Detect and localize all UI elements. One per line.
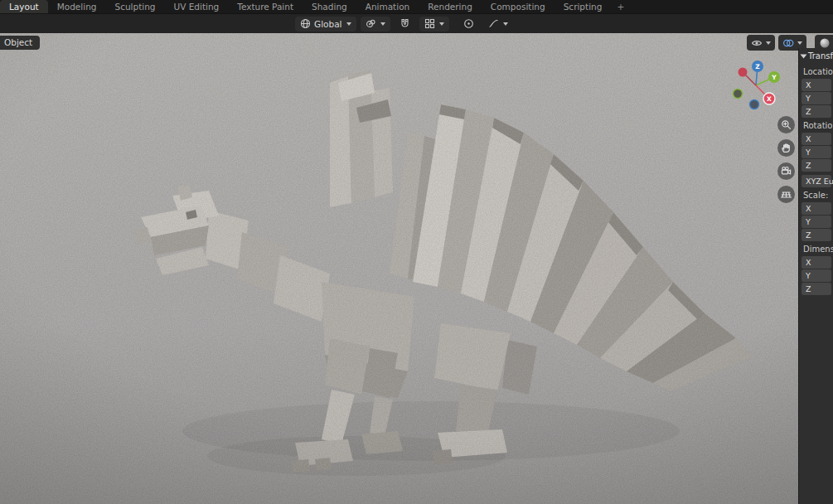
rotation-x-field[interactable]: X (802, 133, 831, 145)
navigation-gizmo[interactable]: Z Y X (730, 56, 788, 114)
add-workspace-button[interactable]: + (611, 0, 630, 13)
gizmo-x-neg-axis[interactable] (739, 68, 748, 77)
toggle-perspective-button[interactable] (777, 186, 795, 203)
move-view-button[interactable] (777, 139, 795, 157)
chevron-down-icon (380, 22, 385, 26)
scale-x-field[interactable]: X (802, 202, 831, 215)
dimensions-label: Dimensions: (799, 241, 833, 255)
tab-scripting[interactable]: Scripting (555, 0, 612, 13)
visibility-dropdown[interactable] (747, 35, 775, 51)
gizmo-z-label: Z (755, 63, 760, 70)
proportional-editing-toggle[interactable] (458, 17, 479, 32)
scale-y-field[interactable]: Y (802, 216, 831, 228)
dragon-model (0, 33, 833, 504)
tab-animation[interactable]: Animation (356, 0, 419, 13)
panel-expand-icon (801, 54, 807, 58)
transform-panel-header[interactable]: Transform (799, 48, 833, 64)
snap-toggle-button[interactable] (395, 17, 415, 32)
proportional-falloff-icon (488, 18, 499, 29)
location-x-field[interactable]: X (802, 79, 831, 91)
rotation-z-field[interactable]: Z (802, 159, 831, 172)
rotation-y-field[interactable]: Y (802, 146, 831, 158)
viewport-shading-icon (819, 37, 831, 49)
tab-shading[interactable]: Shading (303, 0, 356, 13)
tab-rendering[interactable]: Rendering (419, 0, 482, 13)
location-z-field[interactable]: Z (802, 105, 831, 118)
proportional-editing-icon (463, 18, 474, 29)
viewport-nav-buttons (777, 116, 795, 203)
panel-title: Transform (808, 51, 833, 61)
grid-icon (781, 189, 792, 200)
pivot-point-dropdown[interactable] (361, 17, 390, 32)
tab-uv-editing[interactable]: UV Editing (165, 0, 229, 13)
visibility-icon (751, 38, 763, 48)
tab-compositing[interactable]: Compositing (482, 0, 555, 13)
location-y-field[interactable]: Y (802, 92, 831, 104)
chevron-down-icon (346, 22, 351, 26)
orientation-label: Global (314, 19, 342, 29)
interaction-mode-dropdown[interactable]: Object (0, 36, 40, 50)
camera-view-button[interactable] (777, 162, 795, 180)
proportional-falloff-dropdown[interactable] (483, 17, 513, 32)
tab-sculpting[interactable]: Sculpting (105, 0, 164, 13)
snap-settings-icon (424, 18, 435, 29)
viewport-3d[interactable]: Object Z Y (0, 33, 833, 504)
rotation-label: Rotation: (799, 118, 833, 132)
dimensions-y-field[interactable]: Y (802, 269, 831, 282)
chevron-down-icon (439, 22, 444, 26)
camera-icon (781, 166, 792, 177)
viewport-header-toolbar: Global (0, 13, 833, 33)
tab-texture-paint[interactable]: Texture Paint (228, 0, 303, 13)
chevron-down-icon (503, 22, 508, 26)
transform-tools-group: Global (295, 17, 513, 32)
chevron-down-icon (797, 41, 802, 45)
scale-label: Scale: (799, 187, 833, 201)
tab-layout[interactable]: Layout (0, 0, 48, 13)
globe-icon (300, 18, 311, 29)
gizmo-y-label: Y (771, 74, 777, 81)
pivot-point-icon (366, 18, 376, 29)
location-label: Location: (799, 64, 833, 78)
transform-orientation-dropdown[interactable]: Global (295, 17, 356, 32)
gizmo-y-neg-axis[interactable] (734, 90, 743, 99)
scale-z-field[interactable]: Z (802, 229, 831, 241)
workspace-tabbar: Layout Modeling Sculpting UV Editing Tex… (0, 0, 833, 13)
sidebar-transform-panel: Transform Location: X Y Z Rotation: X Y … (798, 48, 833, 504)
overlays-icon (782, 38, 794, 48)
dimensions-x-field[interactable]: X (802, 256, 831, 269)
zoom-button[interactable] (777, 116, 795, 133)
gizmo-x-label: X (767, 95, 772, 103)
zoom-icon (781, 119, 792, 130)
snap-magnet-icon (400, 18, 410, 29)
tab-modeling[interactable]: Modeling (48, 0, 106, 13)
snap-settings-dropdown[interactable] (419, 17, 449, 32)
chevron-down-icon (766, 41, 771, 45)
gizmo-z-neg-axis[interactable] (750, 100, 759, 109)
hand-icon (781, 143, 792, 153)
rotation-mode-dropdown[interactable]: XYZ Euler (802, 175, 831, 187)
dimensions-z-field[interactable]: Z (802, 283, 831, 295)
